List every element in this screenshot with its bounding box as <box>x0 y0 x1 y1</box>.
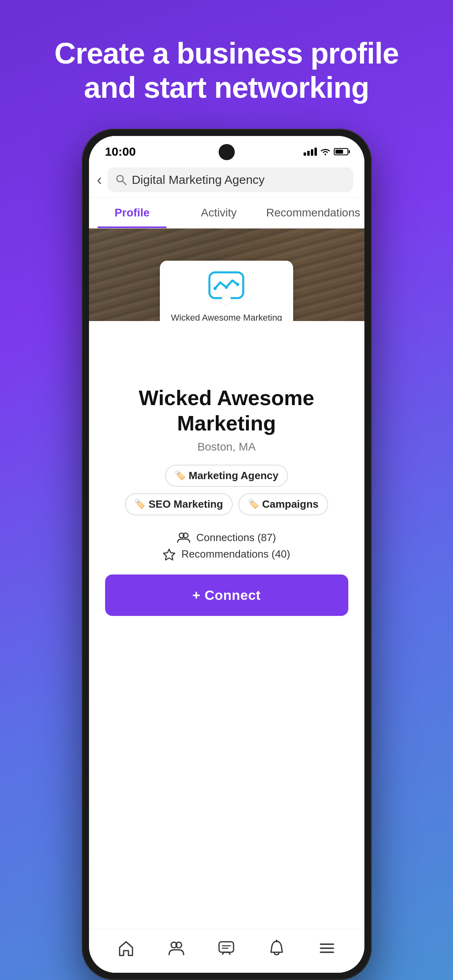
search-field[interactable]: Digital Marketing Agency <box>108 167 353 192</box>
connections-label: Connections (87) <box>196 531 276 544</box>
tab-activity[interactable]: Activity <box>176 198 262 228</box>
tab-recommendations[interactable]: Recommendations <box>262 198 364 228</box>
status-time: 10:00 <box>105 145 136 159</box>
svg-line-2 <box>122 181 126 185</box>
recommendations-label: Recommendations (40) <box>181 548 290 560</box>
camera-notch <box>219 144 235 160</box>
search-input[interactable]: Digital Marketing Agency <box>132 173 265 187</box>
signal-icon <box>304 148 317 156</box>
nav-messages[interactable] <box>214 938 238 958</box>
svg-point-4 <box>214 287 217 290</box>
search-icon <box>116 174 127 185</box>
connections-icon <box>177 532 190 543</box>
nav-notifications[interactable] <box>265 938 289 958</box>
headline: Create a business profile and start netw… <box>22 0 431 129</box>
messages-icon <box>217 939 235 957</box>
cover-image: Wicked Awesome Marketing <box>89 229 364 321</box>
tag-icon: 🏷️ <box>175 470 186 481</box>
profile-content: Wicked Awesome Marketing Boston, MA 🏷️ M… <box>89 321 364 929</box>
tag-icon-seo: 🏷️ <box>134 499 145 509</box>
tab-profile[interactable]: Profile <box>89 198 176 228</box>
tag-campaigns[interactable]: 🏷️ Campaigns <box>238 493 328 515</box>
tag-icon-campaigns: 🏷️ <box>248 499 259 509</box>
svg-rect-12 <box>219 942 234 952</box>
headline-line1: Create a business profile <box>54 37 399 70</box>
tag-marketing-agency[interactable]: 🏷️ Marketing Agency <box>165 465 288 487</box>
recommendations-icon <box>163 548 176 561</box>
nav-connections[interactable] <box>164 938 188 958</box>
menu-icon <box>318 939 336 957</box>
svg-point-0 <box>325 154 326 155</box>
phone-shell: 10:00 ‹ <box>82 129 372 980</box>
tags-row-2: 🏷️ SEO Marketing 🏷️ Campaigns <box>125 493 328 515</box>
bottom-nav <box>89 929 364 973</box>
connections-nav-icon <box>168 939 185 957</box>
nav-menu[interactable] <box>315 938 339 958</box>
logo-card: Wicked Awesome Marketing <box>160 261 294 321</box>
recommendations-stat: Recommendations (40) <box>163 548 290 561</box>
company-logo-icon <box>207 270 247 307</box>
connections-stat: Connections (87) <box>177 531 276 544</box>
battery-icon <box>334 148 348 155</box>
notifications-icon <box>268 939 285 957</box>
tabs-row: Profile Activity Recommendations <box>89 198 364 229</box>
company-location: Boston, MA <box>197 441 256 453</box>
headline-line2: and start networking <box>84 71 369 104</box>
tag-seo[interactable]: 🏷️ SEO Marketing <box>125 493 233 515</box>
status-icons <box>304 148 348 156</box>
wifi-icon <box>320 148 331 156</box>
tags-row: 🏷️ Marketing Agency <box>165 465 288 487</box>
back-button[interactable]: ‹ <box>97 172 102 187</box>
home-icon <box>117 939 135 957</box>
nav-home[interactable] <box>114 938 138 958</box>
tag-label: Marketing Agency <box>189 469 279 482</box>
company-name: Wicked Awesome Marketing <box>105 385 348 436</box>
connect-button[interactable]: + Connect <box>105 574 348 616</box>
logo-card-name: Wicked Awesome Marketing <box>171 312 282 321</box>
svg-point-5 <box>225 286 228 289</box>
phone-screen: 10:00 ‹ <box>89 136 364 973</box>
search-bar-row: ‹ Digital Marketing Agency <box>89 163 364 198</box>
svg-point-6 <box>236 283 240 286</box>
stats-section: Connections (87) Recommendations (40) <box>163 531 290 561</box>
svg-marker-9 <box>163 549 175 560</box>
tag-campaigns-label: Campaigns <box>262 498 319 511</box>
tag-seo-label: SEO Marketing <box>149 498 223 511</box>
